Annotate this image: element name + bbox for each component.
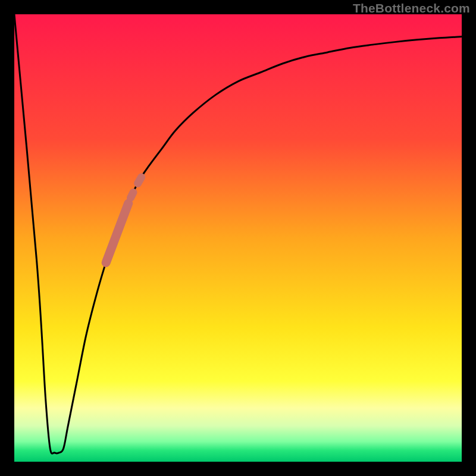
bottleneck-curve bbox=[14, 14, 462, 453]
plot-area bbox=[14, 14, 462, 462]
curve-layer bbox=[14, 14, 462, 462]
highlight-segment bbox=[131, 192, 134, 198]
highlight-segment bbox=[106, 203, 129, 263]
highlight-markers bbox=[106, 177, 141, 263]
attribution-text: TheBottleneck.com bbox=[353, 1, 470, 15]
chart-frame: TheBottleneck.com bbox=[0, 0, 476, 476]
highlight-segment bbox=[138, 177, 142, 184]
